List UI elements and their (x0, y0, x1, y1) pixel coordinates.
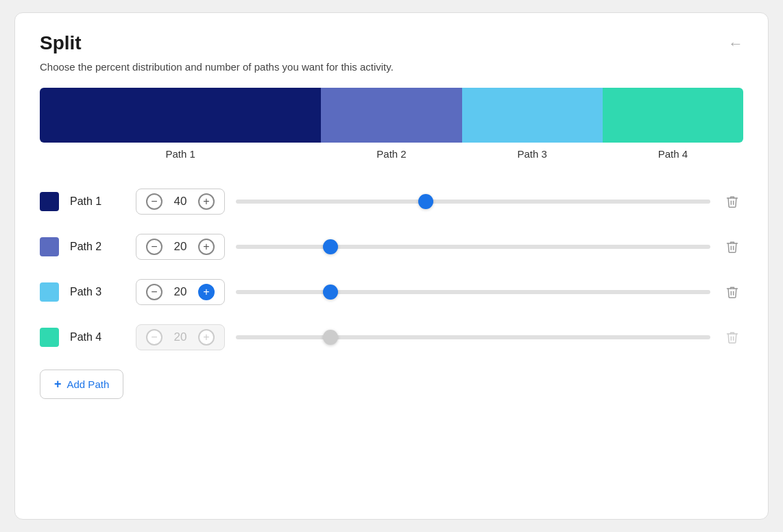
path1-label: Path 1 (70, 195, 125, 208)
path4-delete[interactable] (721, 326, 743, 348)
bar-label-path3: Path 3 (462, 148, 603, 160)
path-row-1: Path 1 − 40 + (40, 179, 743, 224)
header: Split ← (40, 32, 743, 54)
path4-stepper: − 20 + (136, 324, 225, 350)
path1-decrement[interactable]: − (146, 193, 162, 210)
path3-slider-thumb[interactable] (323, 285, 338, 300)
path4-slider-thumb (323, 330, 338, 345)
path2-label: Path 2 (70, 241, 125, 253)
path4-swatch (40, 328, 59, 347)
path2-stepper: − 20 + (136, 234, 225, 260)
path2-swatch (40, 237, 59, 256)
path3-stepper: − 20 + (136, 279, 225, 305)
path2-slider[interactable] (236, 244, 710, 250)
page-title: Split (40, 32, 82, 54)
add-path-plus-icon: + (54, 377, 62, 391)
bar-path2 (321, 88, 461, 143)
path3-swatch (40, 282, 59, 302)
path1-stepper: − 40 + (136, 189, 225, 215)
path3-slider-track (236, 290, 710, 294)
path1-slider-track (236, 200, 710, 204)
path-row-2: Path 2 − 20 + (40, 224, 743, 269)
subtitle-text: Choose the percent distribution and numb… (40, 61, 743, 73)
path1-slider[interactable] (236, 199, 710, 204)
path-row-4: Path 4 − 20 + (40, 315, 743, 360)
path4-slider-track (236, 335, 710, 339)
path1-value: 40 (172, 195, 189, 208)
bar-path3 (462, 88, 603, 143)
color-bars-container (40, 88, 743, 143)
path3-label: Path 3 (70, 286, 125, 298)
paths-list: Path 1 − 40 + (40, 179, 743, 360)
path4-value: 20 (172, 330, 189, 344)
add-path-label: Add Path (67, 378, 110, 390)
path1-delete[interactable] (721, 191, 743, 213)
add-path-button[interactable]: + Add Path (40, 370, 123, 399)
path2-slider-track (236, 245, 710, 249)
path3-increment[interactable]: + (198, 284, 215, 300)
bar-labels: Path 1 Path 2 Path 3 Path 4 (40, 148, 743, 160)
path2-slider-thumb[interactable] (323, 239, 338, 254)
path3-value: 20 (172, 285, 189, 299)
path2-decrement[interactable]: − (146, 239, 162, 255)
path2-increment[interactable]: + (198, 239, 215, 255)
bar-label-path1: Path 1 (40, 148, 321, 160)
path-row-3: Path 3 − 20 + (40, 269, 743, 315)
path3-slider[interactable] (236, 289, 710, 295)
path4-increment: + (198, 329, 215, 346)
path4-slider (236, 335, 710, 340)
path1-increment[interactable]: + (198, 193, 215, 210)
path3-decrement[interactable]: − (146, 284, 162, 300)
back-button[interactable]: ← (728, 35, 743, 53)
path1-swatch (40, 192, 59, 211)
bar-label-path4: Path 4 (603, 148, 743, 160)
path2-delete[interactable] (721, 236, 743, 258)
bar-path4 (603, 88, 743, 143)
bar-label-path2: Path 2 (321, 148, 461, 160)
path3-delete[interactable] (721, 281, 743, 303)
path4-decrement: − (146, 329, 162, 346)
bar-path1 (40, 88, 321, 143)
path2-value: 20 (172, 240, 189, 254)
split-card: Split ← Choose the percent distribution … (14, 12, 769, 520)
path4-label: Path 4 (70, 331, 125, 343)
path1-slider-thumb[interactable] (418, 194, 433, 209)
